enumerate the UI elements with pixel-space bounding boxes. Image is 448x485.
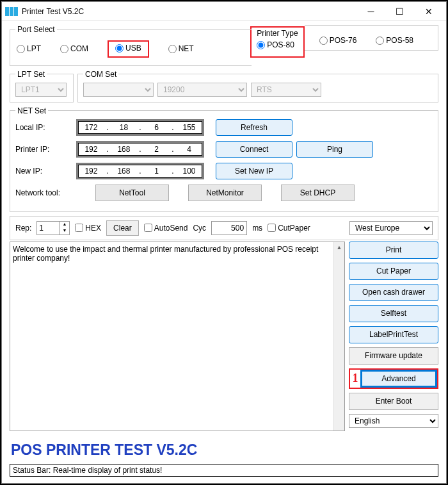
connect-button[interactable]: Connect xyxy=(216,141,292,158)
app-icon xyxy=(5,7,18,16)
setnewip-button[interactable]: Set New IP xyxy=(216,163,292,179)
radio-usb[interactable]: USB xyxy=(115,44,141,53)
firmware-button[interactable]: Firmware update xyxy=(349,347,438,365)
printer-type-legend: Printer Type xyxy=(257,29,298,38)
advanced-marker: 1 xyxy=(350,372,360,385)
selftest-button[interactable]: Selftest xyxy=(349,305,438,322)
encoding-select[interactable]: West Europe xyxy=(349,221,433,235)
net-set-legend: NET Set xyxy=(15,106,48,115)
local-ip-field[interactable]: 172.18.6.155 xyxy=(76,119,204,136)
radio-net[interactable]: NET xyxy=(168,44,194,53)
cyc-label: Cyc xyxy=(193,224,206,233)
hex-checkbox[interactable]: HEX xyxy=(75,224,101,233)
drawer-button[interactable]: Open cash drawer xyxy=(349,284,438,301)
setdhcp-button[interactable]: Set DHCP xyxy=(281,185,355,201)
lpt-select: LPT1 xyxy=(15,83,67,97)
radio-lpt[interactable]: LPT xyxy=(17,44,41,53)
svg-rect-1 xyxy=(10,7,13,16)
network-tool-label: Network tool: xyxy=(15,188,76,197)
svg-rect-2 xyxy=(14,7,18,16)
com-baud-select: 19200 xyxy=(157,83,247,97)
clear-button[interactable]: Clear xyxy=(106,220,139,236)
lpt-set-legend: LPT Set xyxy=(15,70,47,79)
maximize-button[interactable]: ☐ xyxy=(385,3,414,21)
cutpaper-checkbox[interactable]: CutPaper xyxy=(268,224,310,233)
radio-com[interactable]: COM xyxy=(60,44,88,53)
status-bar: Status Bar: Real-time display of print s… xyxy=(10,464,438,477)
cutpaper-button[interactable]: Cut Paper xyxy=(349,263,438,280)
local-ip-label: Local IP: xyxy=(15,123,76,132)
nettool-button[interactable]: NetTool xyxy=(95,185,169,201)
enterboot-button[interactable]: Enter Boot xyxy=(349,393,438,410)
titlebar: Printer Test V5.2C ─ ☐ ✕ xyxy=(2,2,446,21)
printer-ip-label: Printer IP: xyxy=(15,145,76,154)
ping-button[interactable]: Ping xyxy=(296,141,373,158)
svg-rect-0 xyxy=(5,7,9,16)
radio-pos76[interactable]: POS-76 xyxy=(319,36,357,45)
language-select[interactable]: English xyxy=(349,414,438,428)
com-flow-select: RTS xyxy=(251,83,321,97)
netmonitor-button[interactable]: NetMonitor xyxy=(188,185,262,201)
text-input[interactable]: Welcome to use the impact and thermal pr… xyxy=(10,242,333,431)
com-port-select xyxy=(83,83,154,97)
port-select-legend: Port Select xyxy=(15,25,57,34)
scrollbar[interactable]: ▲ xyxy=(333,242,344,431)
advanced-button[interactable]: Advanced xyxy=(360,370,437,388)
print-button[interactable]: Print xyxy=(349,242,438,259)
page-title: POS PRINTER TEST V5.2C xyxy=(11,441,438,459)
printer-ip-field[interactable]: 192.168.2.4 xyxy=(76,141,204,158)
rep-label: Rep: xyxy=(15,224,31,233)
new-ip-label: New IP: xyxy=(15,167,76,176)
cyc-input[interactable] xyxy=(211,221,247,235)
refresh-button[interactable]: Refresh xyxy=(216,119,292,136)
radio-pos58[interactable]: POS-58 xyxy=(376,36,413,45)
close-button[interactable]: ✕ xyxy=(414,3,443,21)
labeltest-button[interactable]: LabelPrintTest xyxy=(349,326,438,343)
window-title: Printer Test V5.2C xyxy=(22,7,356,16)
ms-label: ms xyxy=(252,224,262,233)
new-ip-field[interactable]: 192.168.1.100 xyxy=(76,163,204,179)
radio-pos80[interactable]: POS-80 xyxy=(257,40,294,49)
com-set-legend: COM Set xyxy=(83,70,118,79)
autosend-checkbox[interactable]: AutoSend xyxy=(144,224,188,233)
rep-spinner[interactable]: ▲▼ xyxy=(36,221,70,235)
minimize-button[interactable]: ─ xyxy=(356,3,385,21)
